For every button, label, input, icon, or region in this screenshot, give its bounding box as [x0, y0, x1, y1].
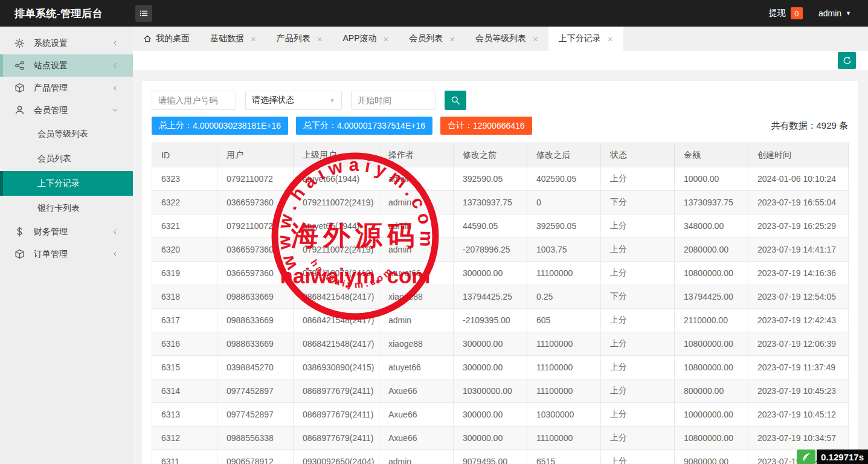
tab-2[interactable]: 产品列表 × — [266, 27, 333, 51]
table-cell: 0868977679(2411) — [294, 379, 379, 403]
withdraw-count-badge[interactable]: 0 — [791, 7, 803, 19]
search-icon — [451, 95, 460, 105]
table-cell: 6317 — [152, 309, 217, 332]
tab-5[interactable]: 会员等级列表 × — [465, 27, 548, 51]
table-cell: 2023-07-19 12:54:05 — [748, 285, 849, 309]
tab-label: 上下分记录 — [559, 33, 601, 44]
tab-label: 会员列表 — [409, 33, 443, 44]
home-icon — [143, 34, 152, 43]
table-cell: 10800000.00 — [675, 356, 748, 379]
table-row: 632203665973600792110072(2419)admin13730… — [152, 191, 849, 214]
sidebar-item-1[interactable]: 站点设置 — [0, 54, 133, 77]
table-cell: 0792110072 — [217, 167, 294, 191]
sidebar-item-0[interactable]: 系统设置 — [0, 32, 133, 54]
table-cell: 2080000.00 — [675, 238, 748, 262]
tab-close-icon[interactable]: × — [251, 34, 256, 44]
start-time-input[interactable] — [351, 91, 436, 110]
table-cell: 11100000 — [527, 379, 601, 403]
tab-1[interactable]: 基础数据 × — [200, 27, 266, 51]
table-row: 631809886336690868421548(2417)xiaoge8813… — [152, 285, 849, 309]
table-cell: 0868977679(2411) — [294, 403, 379, 427]
table-header-row: ID用户上级用户操作者修改之前修改之后状态金额创建时间 — [152, 143, 849, 167]
table-row: 631109065789120930092650(2404)admin90794… — [152, 450, 849, 464]
table-cell: 6322 — [152, 191, 217, 214]
table-cell: 6320 — [152, 238, 217, 262]
table-cell: 2023-07-19 14:16:36 — [748, 262, 849, 285]
search-bar: 请选择状态 ▼ — [152, 91, 848, 110]
search-button[interactable] — [445, 91, 466, 110]
sidebar-subitem-label: 银行卡列表 — [37, 203, 80, 214]
table-cell: 2023-07-19 10:45:23 — [748, 379, 849, 403]
chevron-left-icon — [112, 85, 118, 91]
tab-0[interactable]: 我的桌面 — [133, 27, 200, 51]
refresh-button[interactable] — [838, 52, 856, 69]
app-title: 排单系统-管理后台 — [0, 7, 126, 21]
table-cell: 0988556338 — [217, 427, 294, 450]
tab-4[interactable]: 会员列表 × — [399, 27, 465, 51]
tab-close-icon[interactable]: × — [317, 34, 323, 44]
tab-6[interactable]: 上下分记录 × — [548, 27, 623, 51]
table-cell: atuyet66 — [379, 356, 454, 379]
toolbar-strip — [133, 51, 868, 70]
debug-toggle-button[interactable] — [797, 450, 815, 464]
user-dropdown[interactable]: admin ▼ — [818, 8, 851, 18]
table-cell: Axue66 — [379, 427, 454, 450]
sidebar-subitem-label: 会员等级列表 — [37, 129, 88, 140]
records-table: ID用户上级用户操作者修改之前修改之后状态金额创建时间 632307921100… — [152, 143, 849, 464]
total-up-value: 4.0000030238181E+16 — [193, 121, 281, 130]
table-cell: Axue66 — [379, 379, 454, 403]
tab-3[interactable]: APP滚动 × — [333, 27, 399, 51]
table-cell: 13794425.25 — [454, 285, 527, 309]
sidebar-subitem-3-0[interactable]: 会员等级列表 — [0, 121, 133, 146]
table-cell: 300000.00 — [454, 262, 527, 285]
table-cell: 2023-07-19 16:55:04 — [748, 191, 849, 214]
collapse-menu-button[interactable] — [135, 5, 152, 22]
tab-close-icon[interactable]: × — [384, 34, 389, 44]
sidebar-subitem-label: 上下分记录 — [37, 178, 80, 189]
status-select-value: 请选择状态 — [252, 95, 294, 106]
sidebar-subitem-3-3[interactable]: 银行卡列表 — [0, 196, 133, 221]
sidebar-item-4[interactable]: 财务管理 — [0, 221, 133, 243]
table-cell: -2078996.25 — [454, 238, 527, 262]
table-cell: 下分 — [601, 285, 675, 309]
withdraw-link[interactable]: 提现 — [769, 8, 786, 19]
table-cell: 0988633669 — [217, 285, 294, 309]
table-cell: 9079495.00 — [454, 450, 527, 464]
sidebar-subitem-3-1[interactable]: 会员列表 — [0, 146, 133, 171]
table-cell: xiaoge88 — [379, 285, 454, 309]
total-sum-value: 12900666416 — [473, 121, 525, 130]
sidebar-subitem-3-2[interactable]: 上下分记录 — [0, 171, 133, 196]
tab-close-icon[interactable]: × — [533, 34, 538, 44]
table-cell: 6315 — [152, 356, 217, 379]
status-select[interactable]: 请选择状态 ▼ — [245, 91, 342, 110]
table-cell: 2023-07-19 10:45:12 — [748, 403, 849, 427]
table-cell: 0930092650(2404) — [294, 450, 379, 464]
total-down-pill[interactable]: 总下分： 4.0000017337514E+16 — [296, 117, 432, 135]
table-cell: 10300000 — [527, 403, 601, 427]
table-cell: 11100000 — [527, 332, 601, 356]
table-cell: admin — [379, 191, 454, 214]
table-cell: 10800000.00 — [675, 427, 748, 450]
table-cell: 上分 — [601, 214, 675, 238]
table-cell: 392590.05 — [454, 167, 527, 191]
total-up-label: 总上分： — [159, 120, 193, 131]
table-cell: 2023-07-19 11:37:49 — [748, 356, 849, 379]
table-cell: 800000.00 — [675, 379, 748, 403]
table-cell: 上分 — [601, 238, 675, 262]
sidebar-item-2[interactable]: 产品管理 — [0, 77, 133, 99]
chevron-down-icon: ▼ — [329, 97, 335, 104]
user-number-input[interactable] — [152, 91, 236, 110]
chevron-left-icon — [112, 251, 118, 257]
table-cell: 11100000 — [527, 356, 601, 379]
table-cell: atuyet66(1944) — [294, 214, 379, 238]
table-cell: 300000.00 — [454, 427, 527, 450]
tab-close-icon[interactable]: × — [608, 34, 613, 44]
table-cell: 2024-01-06 10:10:24 — [748, 167, 849, 191]
tab-close-icon[interactable]: × — [449, 34, 455, 44]
icon-cube — [14, 249, 25, 259]
total-sum-pill[interactable]: 合计： 12900666416 — [440, 117, 532, 135]
total-up-pill[interactable]: 总上分： 4.0000030238181E+16 — [152, 117, 288, 135]
refresh-icon — [843, 56, 852, 65]
sidebar-item-3[interactable]: 会员管理 — [0, 99, 133, 121]
sidebar-item-5[interactable]: 订单管理 — [0, 243, 133, 265]
